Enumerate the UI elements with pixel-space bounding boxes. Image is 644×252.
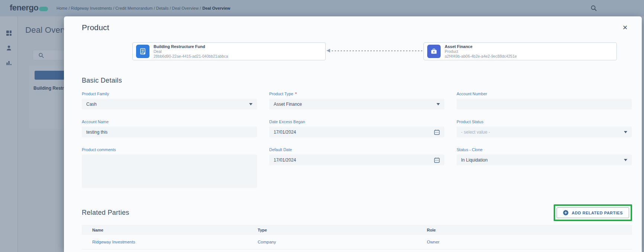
account-name-input[interactable]: testing this xyxy=(82,127,257,137)
modal-title: Product xyxy=(82,23,632,33)
briefcase-icon xyxy=(427,45,441,58)
section-heading-basic-details: Basic Details xyxy=(82,77,632,86)
card-entity-type: Product xyxy=(445,49,517,54)
field-placeholder: - select value - xyxy=(461,130,490,135)
field-date-excess-began: Date Excess Began 17/01/2024 xyxy=(269,119,444,137)
required-asterisk: * xyxy=(295,92,297,96)
field-label: Product comments xyxy=(82,147,116,152)
field-product-type: Product Type * Asset Finance xyxy=(269,92,444,109)
chevron-down-icon xyxy=(437,103,440,105)
product-comments-textarea[interactable] xyxy=(82,154,257,188)
table-header-row: Name Type Role xyxy=(82,225,632,235)
related-parties-header: Related Parties ADD RELATED PARTIES xyxy=(82,204,632,221)
add-related-parties-button[interactable]: ADD RELATED PARTIES xyxy=(557,207,629,218)
basic-details-form: Product Family Cash Product Type * Asset… xyxy=(82,92,632,188)
date-excess-began-input[interactable]: 17/01/2024 xyxy=(269,127,444,137)
field-label: Status - Clone xyxy=(457,147,483,152)
field-value: Asset Finance xyxy=(274,102,302,107)
field-label: Product Type xyxy=(269,92,293,96)
plus-circle-icon xyxy=(563,210,569,216)
product-card[interactable]: Asset Finance Product a2f4f49b-ab06-4b2e… xyxy=(424,42,617,60)
relationship-diagram: Building Restructure Fund Deal 28bb6d90-… xyxy=(82,42,632,60)
default-date-input[interactable]: 17/01/2024 xyxy=(269,154,444,165)
logo-pill-icon xyxy=(39,7,48,11)
field-account-name: Account Name testing this xyxy=(82,119,257,137)
connector-arrow-icon xyxy=(326,49,330,52)
field-label: Account Number xyxy=(457,92,487,96)
related-parties-table: Name Type Role Ridgeway Investments Comp… xyxy=(82,225,632,249)
field-product-status: Product Status - select value - xyxy=(457,119,632,137)
close-button[interactable]: ✕ xyxy=(621,24,629,32)
breadcrumb-current: Deal Overview xyxy=(202,6,230,10)
add-button-label: ADD RELATED PARTIES xyxy=(572,211,623,215)
field-label: Account Name xyxy=(82,119,109,124)
field-default-date: Default Date 17/01/2024 xyxy=(269,147,444,165)
party-type-cell: Company xyxy=(258,240,427,244)
card-title: Asset Finance xyxy=(445,44,517,49)
app-header: fenergo Home / Ridgeway Investments / Cr… xyxy=(0,0,644,16)
deal-card[interactable]: Building Restructure Fund Deal 28bb6d90-… xyxy=(132,42,326,60)
field-label: Date Excess Began xyxy=(269,119,305,124)
fenergo-logo: fenergo xyxy=(10,3,48,13)
calendar-icon[interactable] xyxy=(434,157,440,163)
chevron-down-icon xyxy=(624,131,627,133)
field-label: Default Date xyxy=(269,147,292,152)
field-account-number: Account Number xyxy=(457,92,632,109)
search-icon xyxy=(590,5,598,12)
breadcrumb[interactable]: Home / Ridgeway Investments / Credit Mem… xyxy=(57,0,230,16)
field-value: 17/01/2024 xyxy=(274,130,296,135)
party-role-cell: Owner xyxy=(427,240,632,244)
header-search-button[interactable] xyxy=(590,5,598,12)
card-entity-type: Deal xyxy=(154,49,228,54)
party-name-link[interactable]: Ridgeway Investments xyxy=(92,240,258,244)
relationship-connector xyxy=(332,50,424,51)
card-title: Building Restructure Fund xyxy=(154,44,228,49)
product-modal: Product ✕ Building Restructure Fund xyxy=(64,16,642,252)
card-entity-id: a2f4f49b-ab06-4b2e-a4e2-9ec88dc4251e xyxy=(445,54,517,59)
logo-text: fenergo xyxy=(10,3,38,13)
product-status-select[interactable]: - select value - xyxy=(457,127,632,137)
account-number-input[interactable] xyxy=(457,99,632,109)
chevron-down-icon xyxy=(249,103,252,105)
status-clone-select[interactable]: In Liquidation xyxy=(457,154,632,165)
field-status-clone: Status - Clone In Liquidation xyxy=(457,147,632,165)
table-header-role: Role xyxy=(427,228,632,232)
table-header-type: Type xyxy=(258,228,427,232)
field-label: Product Status xyxy=(457,119,483,124)
field-value: In Liquidation xyxy=(461,157,487,163)
breadcrumb-path[interactable]: Home / Ridgeway Investments / Credit Mem… xyxy=(57,6,201,10)
table-header-name: Name xyxy=(92,228,258,232)
card-entity-id: 28bb6d90-22ae-4415-ad21-040bb21abbca xyxy=(154,54,228,59)
close-icon: ✕ xyxy=(622,24,628,31)
highlight-box: ADD RELATED PARTIES xyxy=(554,204,632,221)
field-product-family: Product Family Cash xyxy=(82,92,257,109)
calendar-icon[interactable] xyxy=(434,129,440,135)
field-value: 17/01/2024 xyxy=(274,157,296,163)
chevron-down-icon xyxy=(624,159,627,161)
deal-document-icon xyxy=(136,45,149,58)
field-value: Cash xyxy=(86,102,97,107)
field-value: testing this xyxy=(86,130,107,135)
section-heading-related-parties: Related Parties xyxy=(82,209,129,217)
field-label: Product Family xyxy=(82,92,109,96)
field-product-comments: Product comments xyxy=(82,147,257,188)
product-type-select[interactable]: Asset Finance xyxy=(269,99,444,109)
table-row: Ridgeway Investments Company Owner xyxy=(82,235,632,249)
product-family-select[interactable]: Cash xyxy=(82,99,257,109)
app-root: fenergo Home / Ridgeway Investments / Cr… xyxy=(0,0,644,252)
